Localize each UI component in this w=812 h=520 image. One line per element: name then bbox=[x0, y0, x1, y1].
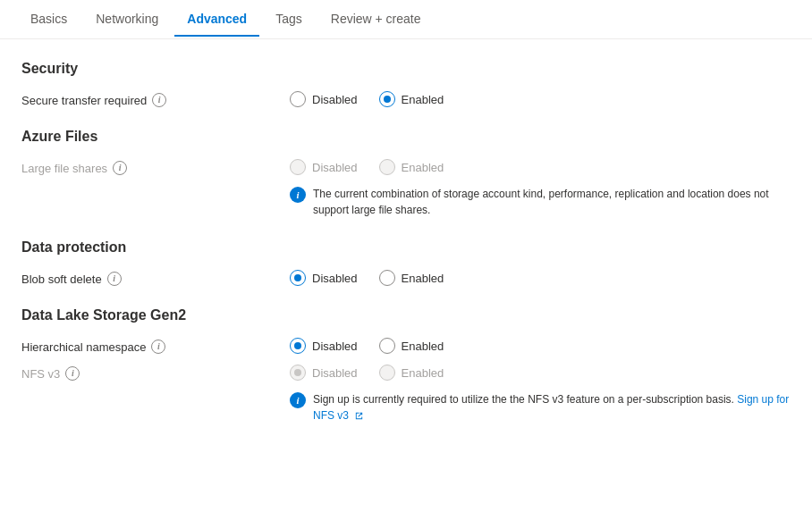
azure-files-title: Azure Files bbox=[21, 129, 791, 145]
nfs-v3-enabled-label: Enabled bbox=[402, 366, 444, 380]
secure-transfer-disabled-radio[interactable] bbox=[290, 91, 306, 107]
hierarchical-namespace-row: Hierarchical namespace i Disabled Enable… bbox=[21, 338, 791, 354]
nfs-v3-info-message: i Sign up is currently required to utili… bbox=[290, 391, 791, 424]
hierarchical-namespace-label: Hierarchical namespace i bbox=[21, 338, 290, 354]
blob-soft-delete-enabled-option[interactable]: Enabled bbox=[379, 270, 444, 286]
nfs-v3-enabled-option: Enabled bbox=[379, 365, 444, 381]
nfs-v3-info-text: Sign up is currently required to utilize… bbox=[313, 391, 791, 424]
large-file-shares-disabled-label: Disabled bbox=[312, 161, 358, 174]
secure-transfer-controls: Disabled Enabled bbox=[290, 91, 444, 107]
secure-transfer-row: Secure transfer required i Disabled Enab… bbox=[21, 91, 791, 107]
secure-transfer-enabled-option[interactable]: Enabled bbox=[379, 91, 444, 107]
external-link-icon bbox=[354, 411, 364, 421]
blob-soft-delete-enabled-label: Enabled bbox=[402, 272, 444, 285]
secure-transfer-enabled-label: Enabled bbox=[402, 93, 444, 106]
blob-soft-delete-info-icon[interactable]: i bbox=[107, 272, 122, 286]
data-protection-section: Data protection Blob soft delete i Disab… bbox=[21, 239, 791, 286]
blob-soft-delete-disabled-dot bbox=[294, 274, 301, 281]
hierarchical-namespace-enabled-option[interactable]: Enabled bbox=[379, 338, 444, 354]
nfs-v3-enabled-radio bbox=[379, 365, 395, 381]
tab-tags[interactable]: Tags bbox=[263, 3, 315, 37]
hierarchical-namespace-disabled-option[interactable]: Disabled bbox=[290, 338, 358, 354]
hierarchical-namespace-controls: Disabled Enabled bbox=[290, 338, 444, 354]
hierarchical-namespace-disabled-radio[interactable] bbox=[290, 338, 306, 354]
nfs-v3-disabled-option: Disabled bbox=[290, 365, 358, 381]
tab-review-create[interactable]: Review + create bbox=[318, 3, 434, 37]
large-file-shares-info-text: The current combination of storage accou… bbox=[313, 186, 791, 218]
tab-basics[interactable]: Basics bbox=[18, 3, 80, 37]
secure-transfer-disabled-label: Disabled bbox=[312, 93, 358, 106]
blob-soft-delete-label: Blob soft delete i bbox=[21, 270, 290, 286]
hierarchical-namespace-disabled-label: Disabled bbox=[312, 340, 358, 353]
large-file-shares-label: Large file shares i bbox=[21, 159, 290, 175]
nfs-v3-disabled-dot bbox=[294, 369, 301, 376]
nfs-v3-disabled-label: Disabled bbox=[312, 366, 358, 380]
tab-networking[interactable]: Networking bbox=[83, 3, 171, 37]
secure-transfer-disabled-option[interactable]: Disabled bbox=[290, 91, 358, 107]
nfs-v3-row: NFS v3 i Disabled Enabled bbox=[21, 365, 791, 381]
hierarchical-namespace-enabled-radio[interactable] bbox=[379, 338, 395, 354]
tab-advanced[interactable]: Advanced bbox=[174, 3, 259, 37]
secure-transfer-enabled-radio[interactable] bbox=[379, 91, 395, 107]
security-section: Security Secure transfer required i Disa… bbox=[21, 61, 791, 107]
secure-transfer-label: Secure transfer required i bbox=[21, 91, 290, 107]
nfs-v3-disabled-radio bbox=[290, 365, 306, 381]
large-file-shares-info-message: i The current combination of storage acc… bbox=[290, 186, 791, 218]
blob-soft-delete-disabled-option[interactable]: Disabled bbox=[290, 270, 358, 286]
tab-navigation: Basics Networking Advanced Tags Review +… bbox=[0, 0, 812, 39]
hierarchical-namespace-info-icon[interactable]: i bbox=[151, 340, 165, 354]
nfs-v3-info-icon[interactable]: i bbox=[65, 366, 80, 381]
azure-files-section: Azure Files Large file shares i Disabled… bbox=[21, 129, 791, 218]
large-file-shares-disabled-radio bbox=[290, 159, 306, 175]
blob-soft-delete-disabled-radio[interactable] bbox=[290, 270, 306, 286]
data-lake-title: Data Lake Storage Gen2 bbox=[21, 307, 791, 323]
secure-transfer-info-icon[interactable]: i bbox=[152, 93, 166, 107]
large-file-shares-disabled-option: Disabled bbox=[290, 159, 358, 175]
data-lake-section: Data Lake Storage Gen2 Hierarchical name… bbox=[21, 307, 791, 424]
large-file-shares-info-icon[interactable]: i bbox=[113, 161, 127, 175]
hierarchical-namespace-disabled-dot bbox=[294, 342, 301, 349]
hierarchical-namespace-enabled-label: Enabled bbox=[402, 340, 444, 353]
nfs-v3-info-bubble: i bbox=[290, 392, 306, 408]
large-file-shares-enabled-radio bbox=[379, 159, 395, 175]
security-title: Security bbox=[21, 61, 791, 77]
nfs-v3-label: NFS v3 i bbox=[21, 365, 290, 381]
blob-soft-delete-enabled-radio[interactable] bbox=[379, 270, 395, 286]
secure-transfer-enabled-dot bbox=[384, 96, 391, 103]
large-file-shares-enabled-option: Enabled bbox=[379, 159, 444, 175]
nfs-v3-controls: Disabled Enabled bbox=[290, 365, 444, 381]
blob-soft-delete-controls: Disabled Enabled bbox=[290, 270, 444, 286]
blob-soft-delete-row: Blob soft delete i Disabled Enabled bbox=[21, 270, 791, 286]
large-file-shares-controls: Disabled Enabled bbox=[290, 159, 444, 175]
large-file-shares-info-bubble: i bbox=[290, 187, 306, 203]
data-protection-title: Data protection bbox=[21, 239, 791, 256]
large-file-shares-row: Large file shares i Disabled Enabled bbox=[21, 159, 791, 175]
blob-soft-delete-disabled-label: Disabled bbox=[312, 272, 358, 285]
main-content: Security Secure transfer required i Disa… bbox=[0, 39, 812, 466]
large-file-shares-enabled-label: Enabled bbox=[402, 161, 444, 174]
